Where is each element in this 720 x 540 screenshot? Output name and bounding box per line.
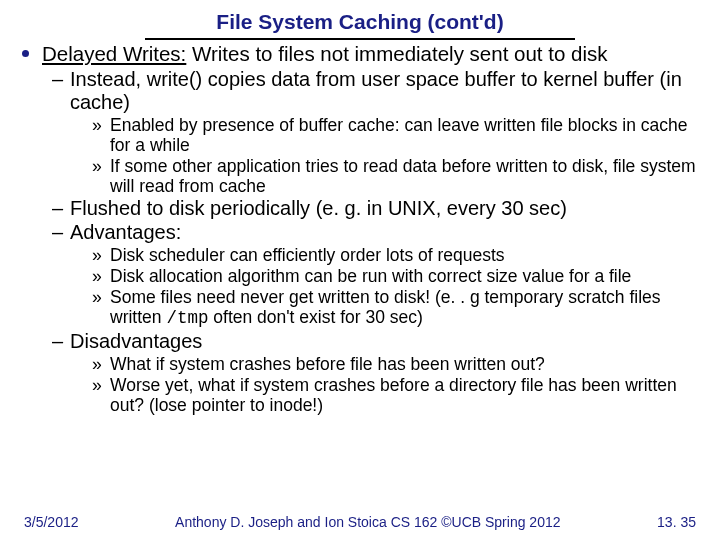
chev-other-app: If some other application tries to read … — [92, 156, 698, 196]
bullet-rest: Writes to files not immediately sent out… — [186, 42, 607, 65]
bullet-lead: Delayed Writes: — [42, 42, 186, 65]
footer: 3/5/2012 Anthony D. Joseph and Ion Stoic… — [0, 514, 720, 530]
dash-flushed: Flushed to disk periodically (e. g. in U… — [52, 197, 698, 220]
chev-scheduler: Disk scheduler can efficiently order lot… — [92, 245, 698, 265]
footer-date: 3/5/2012 — [24, 514, 79, 530]
chev-crash-dir: Worse yet, what if system crashes before… — [92, 375, 698, 415]
bullet-dot-icon — [22, 50, 29, 57]
chev-tmp-b: often don't exist for 30 sec) — [208, 307, 422, 327]
slide: File System Caching (cont'd) Delayed Wri… — [0, 0, 720, 540]
chev-allocation: Disk allocation algorithm can be run wit… — [92, 266, 698, 286]
bullet-main: Delayed Writes: Writes to files not imme… — [22, 42, 698, 66]
chev-enabled: Enabled by presence of buffer cache: can… — [92, 115, 698, 155]
dash-advantages: Advantages: — [52, 221, 698, 244]
footer-center: Anthony D. Joseph and Ion Stoica CS 162 … — [79, 514, 658, 530]
slide-title: File System Caching (cont'd) — [22, 10, 698, 34]
tmp-code: /tmp — [166, 308, 208, 328]
dash-disadvantages: Disadvantages — [52, 330, 698, 353]
footer-page: 13. 35 — [657, 514, 696, 530]
chev-crash-file: What if system crashes before file has b… — [92, 354, 698, 374]
title-underline — [145, 38, 575, 40]
chev-tmp: Some files need never get written to dis… — [92, 287, 698, 328]
dash-instead: Instead, write() copies data from user s… — [52, 68, 698, 114]
